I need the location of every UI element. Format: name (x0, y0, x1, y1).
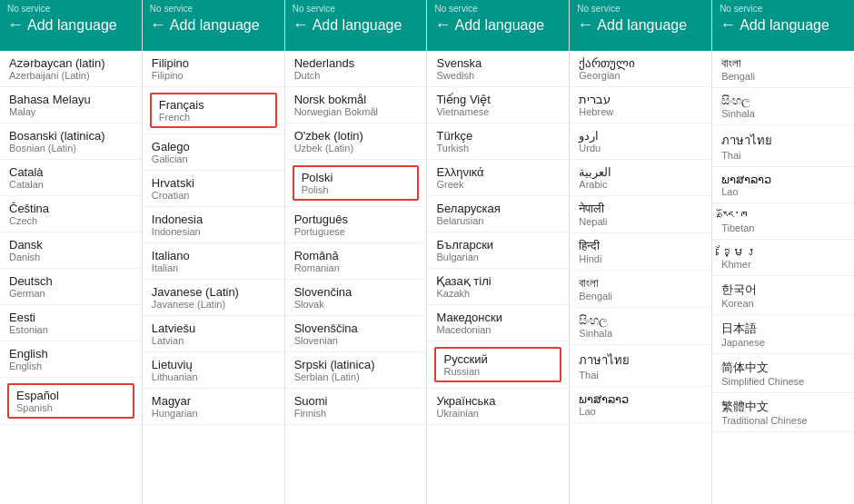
list-item[interactable]: العربيةArabic (570, 160, 711, 196)
list-item[interactable]: DeutschGerman (0, 269, 142, 305)
list-item[interactable]: LatviešuLatvian (143, 316, 284, 352)
list-item[interactable]: ພາສາລາວLao (570, 387, 711, 423)
list-item[interactable]: Қазақ тіліKazakh (427, 269, 569, 305)
list-item[interactable]: हिन्दीHindi (570, 233, 711, 271)
list-item[interactable]: Tiếng ViệtVietnamese (427, 87, 569, 124)
back-arrow-icon[interactable]: ← (720, 15, 736, 35)
add-language-title: Add language (597, 17, 687, 34)
list-item[interactable]: PortuguêsPortuguese (285, 207, 427, 243)
language-english-name: Romanian (294, 262, 418, 273)
list-item[interactable]: SvenskaSwedish (427, 51, 569, 87)
language-native-name: Čeština (9, 202, 133, 215)
back-arrow-icon[interactable]: ← (293, 15, 309, 35)
add-language-title: Add language (27, 17, 117, 34)
list-item[interactable]: SuomiFinnish (285, 389, 427, 425)
language-list-5: ქართულიGeorgianעבריתHebrewاردوUrduالعربي… (570, 51, 711, 504)
list-item[interactable]: EspañolSpanish (0, 378, 142, 425)
language-native-name: ພາສາລາວ (579, 392, 702, 406)
list-item[interactable]: 한국어Korean (712, 276, 854, 315)
list-item[interactable]: Srpski (latinica)Serbian (Latin) (285, 352, 427, 389)
list-item[interactable]: O'zbek (lotin)Uzbek (Latin) (285, 124, 427, 160)
language-native-name: ພາສາລາວ (721, 173, 845, 186)
language-english-name: English (9, 361, 133, 371)
list-item[interactable]: नेपालीNepali (570, 196, 711, 233)
list-item[interactable]: རྫོང་ཁTibetan (712, 203, 854, 240)
list-item[interactable]: EnglishEnglish (0, 341, 142, 378)
language-english-name: Filipino (152, 70, 275, 81)
language-english-name: Ukrainian (436, 408, 560, 419)
language-english-name: Hebrew (579, 106, 702, 117)
language-english-name: Traditional Chinese (721, 415, 845, 426)
list-item[interactable]: FrançaisFrench (143, 87, 284, 134)
language-native-name: Indonesia (152, 212, 275, 226)
list-item[interactable]: 繁體中文Traditional Chinese (712, 393, 854, 432)
list-item[interactable]: Azərbaycan (latin)Azerbaijani (Latin) (0, 51, 142, 87)
back-arrow-icon[interactable]: ← (434, 15, 451, 35)
list-item[interactable]: БеларускаяBelarusian (427, 196, 569, 232)
list-item[interactable]: EestiEstonian (0, 305, 142, 341)
language-native-name: Eesti (9, 311, 133, 324)
list-item[interactable]: עבריתHebrew (570, 87, 711, 124)
list-item[interactable]: ខ្មែរKhmer (712, 240, 854, 276)
back-arrow-icon[interactable]: ← (7, 15, 24, 35)
list-item[interactable]: LietuviųLithuanian (143, 352, 284, 389)
language-native-name: Беларуская (436, 202, 560, 215)
list-item[interactable]: Norsk bokmålNorwegian Bokmål (285, 87, 427, 124)
language-english-name: Urdu (579, 143, 702, 153)
language-english-name: Norwegian Bokmål (294, 106, 418, 117)
language-list-1: Azərbaycan (latin)Azerbaijani (Latin)Bah… (0, 51, 142, 504)
list-item[interactable]: GalegoGalician (143, 134, 284, 171)
header-4: No service←Add language (427, 0, 569, 51)
list-item[interactable]: ພາສາລາວLao (712, 167, 854, 203)
language-english-name: Estonian (9, 324, 133, 335)
list-item[interactable]: CatalàCatalan (0, 160, 142, 196)
list-item[interactable]: ItalianoItalian (143, 243, 284, 280)
language-native-name: Deutsch (9, 274, 133, 288)
list-item[interactable]: ΕλληνικάGreek (427, 160, 569, 196)
add-language-title: Add language (740, 17, 829, 34)
language-native-name: বাংলা (579, 276, 702, 291)
list-item[interactable]: МакедонскиMacedonian (427, 305, 569, 341)
list-item[interactable]: TürkçeTurkish (427, 124, 569, 160)
list-item[interactable]: IndonesiaIndonesian (143, 207, 284, 243)
list-item[interactable]: বাংলাBengali (570, 271, 711, 308)
language-native-name: Dansk (9, 238, 133, 252)
list-item[interactable]: РусскийRussian (427, 341, 569, 389)
list-item[interactable]: HrvatskiCroatian (143, 171, 284, 207)
list-item[interactable]: සිංහලSinhala (570, 308, 711, 345)
list-item[interactable]: ČeštinaCzech (0, 196, 142, 232)
language-native-name: Svenska (436, 56, 560, 70)
list-item[interactable]: Bosanski (latinica)Bosnian (Latin) (0, 124, 142, 160)
language-english-name: Latvian (152, 335, 275, 346)
list-item[interactable]: 简体中文Simplified Chinese (712, 354, 854, 393)
list-item[interactable]: සිංහලSinhala (712, 88, 854, 125)
list-item[interactable]: MagyarHungarian (143, 389, 284, 425)
list-item[interactable]: Javanese (Latin)Javanese (Latin) (143, 280, 284, 316)
back-arrow-icon[interactable]: ← (577, 15, 593, 35)
language-native-name: नेपाली (579, 202, 702, 216)
language-native-name: English (9, 347, 133, 361)
list-item[interactable]: DanskDanish (0, 232, 142, 269)
list-item[interactable]: RomânăRomanian (285, 243, 427, 280)
back-arrow-icon[interactable]: ← (150, 15, 166, 35)
list-item[interactable]: УкраїнськаUkrainian (427, 389, 569, 425)
list-item[interactable]: বাংলাBengali (712, 51, 854, 88)
list-item[interactable]: SlovenščinaSlovenian (285, 316, 427, 352)
list-item[interactable]: PolskiPolish (285, 160, 427, 207)
list-item[interactable]: اردوUrdu (570, 124, 711, 160)
columns-wrapper: No service←Add languageAzərbaycan (latin… (0, 0, 854, 504)
header-row: ←Add language (293, 15, 420, 35)
language-list-3: NederlandsDutchNorsk bokmålNorwegian Bok… (285, 51, 427, 504)
language-english-name: Macedonian (436, 324, 560, 335)
list-item[interactable]: 日本語Japanese (712, 315, 854, 354)
list-item[interactable]: NederlandsDutch (285, 51, 427, 87)
no-service-label: No service (7, 4, 134, 14)
list-item[interactable]: ภาษาไทยThai (712, 125, 854, 167)
list-item[interactable]: БългарскиBulgarian (427, 232, 569, 269)
list-item[interactable]: SlovenčinaSlovak (285, 280, 427, 316)
list-item[interactable]: FilipinoFilipino (143, 51, 284, 87)
list-item[interactable]: ქართულიGeorgian (570, 51, 711, 87)
list-item[interactable]: Bahasa MelayuMalay (0, 87, 142, 124)
language-native-name: Español (16, 389, 125, 402)
list-item[interactable]: ภาษาไทยThai (570, 345, 711, 387)
